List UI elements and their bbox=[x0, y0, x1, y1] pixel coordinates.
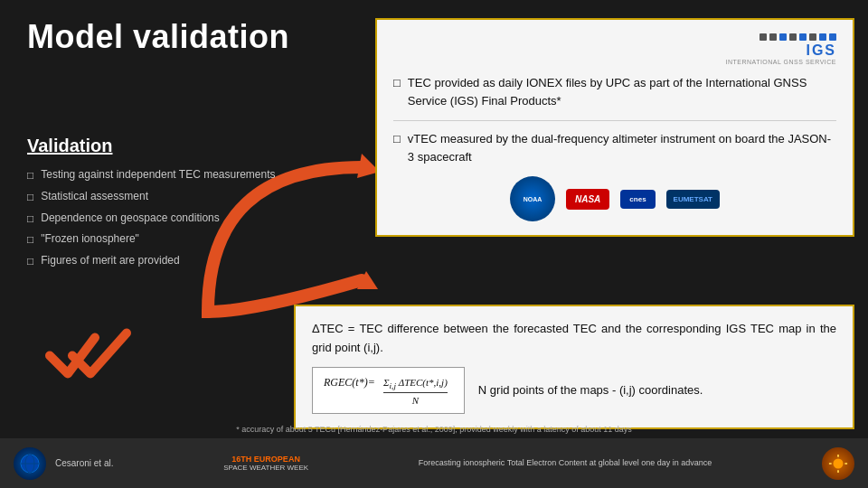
bullet-item-2: Statistical assessment bbox=[27, 189, 289, 205]
vtec-section: vTEC measured by the dual-frequency alti… bbox=[393, 120, 836, 221]
igs-logo-area: IGS INTERNATIONAL GNSS SERVICE bbox=[393, 33, 836, 65]
igs-dot-8 bbox=[829, 33, 836, 41]
cnes-logo: cnes bbox=[620, 190, 655, 209]
bullet-item-1: Testing against independent TEC measurem… bbox=[27, 167, 289, 183]
double-checkmark-icon bbox=[45, 322, 136, 385]
bullet-item-5: Figures of merit are provided bbox=[27, 253, 289, 269]
right-top-bullet-2: vTEC measured by the dual-frequency alti… bbox=[393, 130, 836, 165]
igs-text: IGS bbox=[806, 42, 836, 59]
noaa-logo: NOAA bbox=[510, 176, 555, 221]
svg-point-5 bbox=[833, 458, 843, 468]
agency-logos-row: NOAA NASA cnes EUMETSAT bbox=[393, 176, 836, 221]
accuracy-note: * accuracy of about 5 TECu [Hernández-Pa… bbox=[14, 425, 854, 434]
igs-dot-4 bbox=[789, 33, 797, 41]
footer-left: Cesaroni et al. bbox=[14, 447, 113, 480]
validation-bullet-list: Testing against independent TEC measurem… bbox=[27, 167, 289, 269]
igs-dot-5 bbox=[799, 33, 807, 41]
igs-dot-7 bbox=[819, 33, 826, 41]
earth-icon bbox=[19, 453, 41, 474]
igs-dot-2 bbox=[769, 33, 777, 41]
formula-display: RGEC(t*)= Σi,j ΔTEC(t*,i,j) N bbox=[312, 367, 465, 414]
igs-dots bbox=[760, 33, 836, 41]
validation-heading: Validation bbox=[27, 136, 289, 156]
igs-dot-3 bbox=[779, 33, 787, 41]
eumetsat-logo: EUMETSAT bbox=[666, 190, 720, 209]
slide: Model validation Validation Testing agai… bbox=[0, 0, 868, 488]
title-area: Model validation bbox=[27, 18, 289, 56]
footer-logo-left bbox=[14, 447, 46, 480]
footer: Cesaroni et al. 16TH EUROPEAN SPACE WEAT… bbox=[0, 438, 868, 488]
nasa-logo: NASA bbox=[566, 189, 609, 210]
checkmark-area bbox=[45, 322, 136, 389]
right-bottom-box: ΔTEC = TEC difference between the foreca… bbox=[294, 305, 854, 429]
footer-event-subtitle: SPACE WEATHER WEEK bbox=[223, 464, 308, 472]
right-top-box: IGS INTERNATIONAL GNSS SERVICE TEC provi… bbox=[375, 18, 854, 237]
footer-event-title: 16TH EUROPEAN bbox=[231, 455, 300, 464]
footer-center: 16TH EUROPEAN SPACE WEATHER WEEK bbox=[223, 455, 308, 472]
sun-icon bbox=[828, 454, 848, 474]
delta-tec-description: ΔTEC = TEC difference between the foreca… bbox=[312, 320, 836, 358]
bullet-item-4: "Frozen ionosphere" bbox=[27, 231, 289, 248]
bullet-item-3: Dependence on geospace conditions bbox=[27, 211, 289, 227]
igs-dot-6 bbox=[809, 33, 816, 41]
left-content: Validation Testing against independent T… bbox=[27, 136, 289, 275]
igs-subtext: INTERNATIONAL GNSS SERVICE bbox=[725, 59, 836, 65]
formula-description: N grid points of the maps - (i,j) coordi… bbox=[478, 383, 703, 397]
igs-dot-1 bbox=[760, 33, 767, 41]
slide-title: Model validation bbox=[27, 18, 289, 56]
formula-area: RGEC(t*)= Σi,j ΔTEC(t*,i,j) N N grid poi… bbox=[312, 367, 836, 414]
igs-logo: IGS INTERNATIONAL GNSS SERVICE bbox=[725, 33, 836, 65]
footer-authors: Cesaroni et al. bbox=[55, 458, 113, 468]
footer-logo-right bbox=[822, 447, 854, 480]
footer-description: Forecasting ionospheric Total Electron C… bbox=[419, 457, 712, 469]
right-top-bullet-1: TEC provided as daily IONEX files by UPC… bbox=[393, 74, 836, 109]
